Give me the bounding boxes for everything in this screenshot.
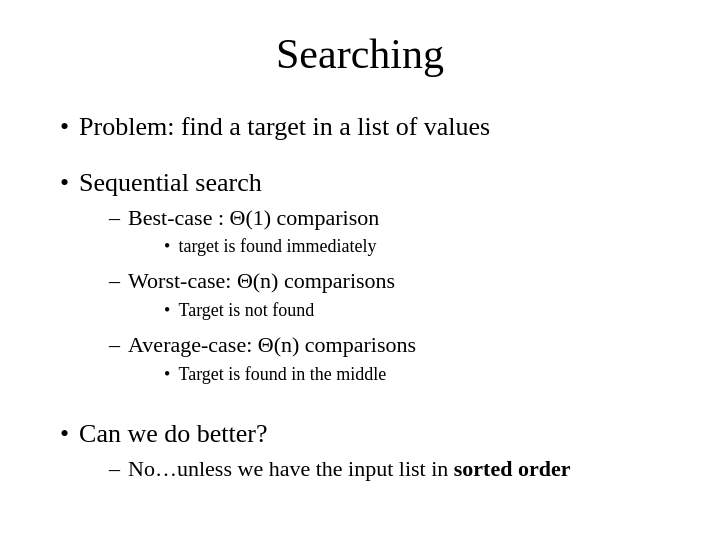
- dash-symbol-best: –: [109, 204, 120, 233]
- dash-symbol-average: –: [109, 331, 120, 360]
- slide: Searching • Problem: find a target in a …: [0, 0, 720, 540]
- dash-text-best-case: Best-case : Θ(1) comparison: [128, 205, 379, 230]
- worst-case-sub: • Target is not found: [164, 298, 395, 323]
- sequential-sub-items: – Best-case : Θ(1) comparison • target i…: [109, 204, 660, 391]
- dash-worst-case: – Worst-case: Θ(n) comparisons • Target …: [109, 267, 660, 327]
- best-case-sub: • target is found immediately: [164, 234, 379, 259]
- sub-text-best-detail: target is found immediately: [178, 234, 376, 259]
- average-case-sub: • Target is found in the middle: [164, 362, 416, 387]
- bullet-sequential: • Sequential search – Best-case : Θ(1) c…: [60, 166, 660, 395]
- no-unless-plain: No…unless we have the input list in: [128, 456, 454, 481]
- dash-text-worst-case: Worst-case: Θ(n) comparisons: [128, 268, 395, 293]
- bullet-problem: • Problem: find a target in a list of va…: [60, 110, 660, 144]
- sub-dot-worst: •: [164, 298, 170, 323]
- dash-text-average-case: Average-case: Θ(n) comparisons: [128, 332, 416, 357]
- no-unless-bold: sorted order: [454, 456, 571, 481]
- sub-dot-average: •: [164, 362, 170, 387]
- dash-best-case: – Best-case : Θ(1) comparison • target i…: [109, 204, 660, 264]
- better-sub-items: – No…unless we have the input list in so…: [109, 455, 660, 484]
- bullet-text-sequential: Sequential search: [79, 168, 262, 197]
- sub-text-worst-detail: Target is not found: [178, 298, 314, 323]
- sub-bullet-best-detail: • target is found immediately: [164, 234, 379, 259]
- sub-bullet-worst-detail: • Target is not found: [164, 298, 395, 323]
- bullet-better: • Can we do better? – No…unless we have …: [60, 417, 660, 487]
- bullet-dot-problem: •: [60, 110, 69, 144]
- sub-bullet-average-detail: • Target is found in the middle: [164, 362, 416, 387]
- bullet-text-better: Can we do better?: [79, 419, 267, 448]
- dash-no-unless: – No…unless we have the input list in so…: [109, 455, 660, 484]
- dash-average-case: – Average-case: Θ(n) comparisons • Targe…: [109, 331, 660, 391]
- dash-symbol-worst: –: [109, 267, 120, 296]
- bullet-text-problem: Problem: find a target in a list of valu…: [79, 110, 490, 144]
- sub-dot-best: •: [164, 234, 170, 259]
- bullet-dot-better: •: [60, 417, 69, 451]
- sub-text-average-detail: Target is found in the middle: [178, 362, 386, 387]
- slide-title: Searching: [60, 30, 660, 78]
- dash-symbol-no-unless: –: [109, 455, 120, 484]
- bullet-dot-sequential: •: [60, 166, 69, 200]
